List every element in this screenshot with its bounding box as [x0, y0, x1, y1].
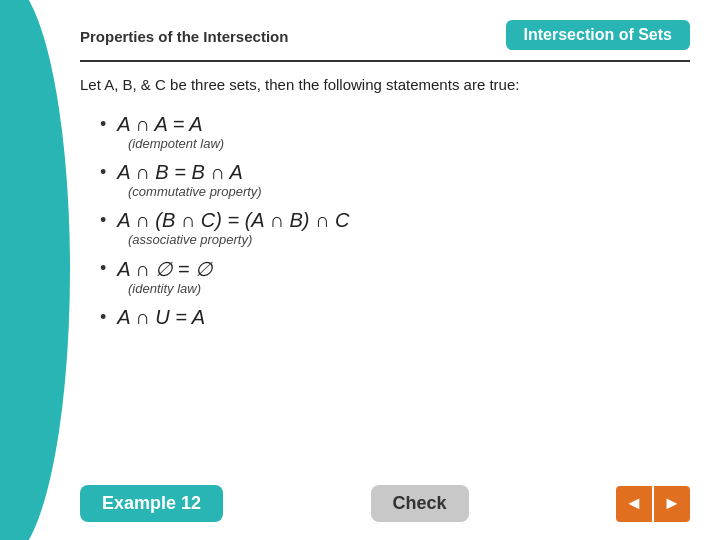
header: Properties of the Intersection Intersect…	[80, 20, 690, 50]
label-2: (commutative property)	[128, 184, 690, 199]
label-1: (idempotent law)	[128, 136, 690, 151]
bullet-2: •	[100, 162, 106, 183]
divider	[80, 60, 690, 62]
intro-text: Let A, B, & C be three sets, then the fo…	[80, 74, 690, 97]
list-item: • A ∩ ∅ = ∅ (identity law)	[100, 257, 690, 296]
bullet-3: •	[100, 210, 106, 231]
properties-list: • A ∩ A = A (idempotent law) • A ∩ B = B…	[80, 113, 690, 329]
page-subtitle: Properties of the Intersection	[80, 20, 288, 45]
formula-3: A ∩ (B ∩ C) = (A ∩ B) ∩ C	[112, 209, 349, 232]
list-item: • A ∩ U = A	[100, 306, 690, 329]
list-item: • A ∩ A = A (idempotent law)	[100, 113, 690, 151]
bullet-4: •	[100, 258, 106, 279]
bullet-1: •	[100, 114, 106, 135]
formula-4: A ∩ ∅ = ∅	[112, 257, 212, 281]
label-4: (identity law)	[128, 281, 690, 296]
formula-2: A ∩ B = B ∩ A	[112, 161, 243, 184]
page-title: Intersection of Sets	[506, 20, 690, 50]
list-item: • A ∩ B = B ∩ A (commutative property)	[100, 161, 690, 199]
list-item: • A ∩ (B ∩ C) = (A ∩ B) ∩ C (associative…	[100, 209, 690, 247]
formula-5: A ∩ U = A	[112, 306, 205, 329]
bullet-5: •	[100, 307, 106, 328]
formula-1: A ∩ A = A	[112, 113, 202, 136]
label-3: (associative property)	[128, 232, 690, 247]
